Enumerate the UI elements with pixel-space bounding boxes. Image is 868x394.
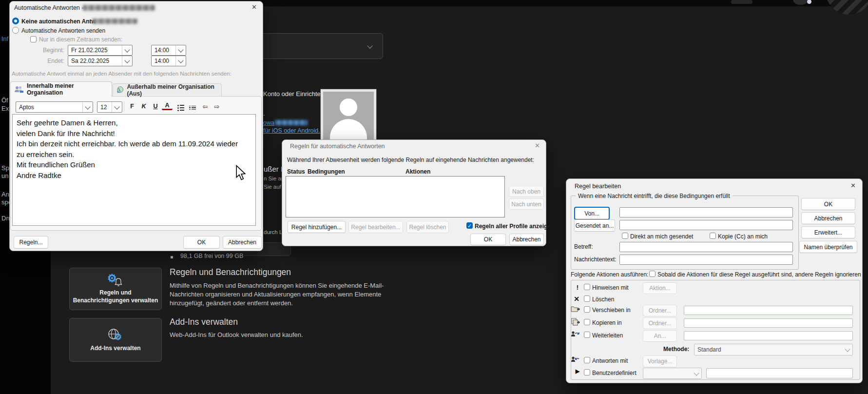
manage-rules-button[interactable]: ⚙ Regeln und Benachrichtigungen verwalte…	[69, 268, 162, 310]
end-time-value: 14:00	[152, 58, 175, 64]
radio-send-auto-replies[interactable]	[12, 27, 19, 34]
close-icon[interactable]: ✕	[850, 182, 856, 189]
custom-action-select[interactable]	[643, 368, 702, 379]
chevron-down-icon[interactable]	[112, 102, 122, 112]
body-label: Nachrichtentext:	[574, 256, 617, 263]
close-icon[interactable]: ✕	[251, 4, 257, 10]
move-folder-label: Ordner...	[649, 307, 672, 314]
chevron-down-icon[interactable]	[175, 45, 186, 55]
radio-no-auto-replies[interactable]	[12, 18, 19, 24]
sidebar-item-save-2[interactable]: un	[1, 172, 8, 179]
chevron-down-icon	[843, 344, 852, 355]
font-size-select[interactable]: 12	[97, 101, 122, 113]
forward-checkbox[interactable]	[584, 332, 590, 338]
alert-checkbox[interactable]	[584, 284, 590, 290]
rules-button[interactable]: Regeln...	[14, 236, 48, 249]
copy-folder-input[interactable]	[684, 318, 853, 328]
end-date-value: Sa 22.02.2025	[68, 58, 122, 64]
font-family-select[interactable]: Aptos	[16, 101, 93, 113]
sidebar-item-open-1[interactable]: Öf	[1, 97, 8, 104]
edit-rule-button[interactable]: Regel bearbeiten...	[348, 221, 403, 233]
copy-folder-button[interactable]: Ordner...	[643, 317, 677, 329]
owa-link[interactable]: owa	[263, 119, 274, 126]
end-date-picker[interactable]: Sa 22.02.2025	[68, 56, 133, 66]
delete-checkbox[interactable]	[584, 296, 590, 302]
rules-list-box[interactable]	[286, 176, 505, 217]
actions-group-box	[571, 280, 860, 380]
reply-template-button[interactable]: Vorlage...	[643, 355, 677, 367]
sent-to-button[interactable]: Gesendet an...	[574, 219, 615, 232]
show-all-profiles-checkbox[interactable]: ✓	[466, 222, 473, 229]
ok-button[interactable]: OK	[183, 236, 220, 249]
font-color-button[interactable]: A	[162, 101, 173, 110]
forward-to-button[interactable]: An...	[643, 330, 677, 342]
addins-section-heading: Add-Ins verwalten	[170, 317, 238, 327]
from-button[interactable]: Von...	[574, 207, 610, 220]
move-folder-button[interactable]: Ordner...	[643, 305, 677, 316]
chevron-down-icon[interactable]	[122, 45, 132, 55]
sidebar-item-save-1[interactable]: Sp	[1, 164, 9, 172]
bg-text-fragment-1: n Sie ar	[264, 176, 283, 181]
timerange-checkbox[interactable]	[30, 36, 37, 42]
auto-reply-message-textarea[interactable]: Sehr geehrte Damen & Herren, vielen Dank…	[12, 114, 256, 226]
body-input[interactable]	[619, 255, 793, 265]
subject-input[interactable]	[619, 242, 793, 252]
toolbar-divider	[124, 101, 124, 111]
show-all-profiles-label: Regeln aller Profile anzeigen	[475, 223, 554, 230]
end-time-picker[interactable]: 14:00	[151, 56, 186, 66]
close-icon[interactable]: ✕	[535, 142, 540, 149]
direct-to-me-checkbox[interactable]	[622, 233, 628, 239]
alert-action-button[interactable]: Aktion...	[643, 282, 677, 294]
people-icon	[14, 86, 24, 93]
chevron-down-icon[interactable]	[82, 102, 93, 112]
manage-addins-button[interactable]: ⚙ Add-Ins verwalten	[69, 318, 162, 362]
copy-folder-label: Ordner...	[649, 320, 672, 327]
begin-date-picker[interactable]: Fr 21.02.2025	[68, 45, 133, 56]
from-input[interactable]	[619, 207, 793, 217]
forward-label: Weiterleiten	[592, 332, 623, 339]
cancel-button[interactable]: Abbrechen	[509, 234, 544, 245]
reply-with-checkbox[interactable]	[584, 357, 590, 363]
copy-checkbox[interactable]	[584, 319, 590, 325]
account-info-fragment: Konto oder Einrichten	[263, 90, 324, 98]
move-folder-input[interactable]	[684, 306, 853, 315]
increase-indent-button[interactable]: ⇨	[212, 101, 222, 111]
dialog-title: Regeln für automatische Antworten	[290, 143, 385, 150]
bullet-list-button[interactable]	[175, 103, 186, 113]
ok-button[interactable]: OK	[801, 198, 855, 210]
forward-to-input[interactable]	[684, 331, 853, 340]
check-names-button[interactable]: Namen überprüfen	[799, 241, 857, 253]
delete-rule-button[interactable]: Regel löschen	[406, 221, 449, 233]
ok-button[interactable]: OK	[470, 234, 506, 245]
method-select[interactable]: Standard	[694, 344, 853, 355]
tab-inside-organization[interactable]: Innerhalb meiner Organisation	[10, 81, 112, 97]
cc-to-me-label: Kopie (Cc) an mich	[718, 233, 768, 240]
chevron-down-icon[interactable]	[122, 56, 132, 66]
move-up-button[interactable]: Nach oben	[509, 186, 544, 197]
stop-processing-checkbox[interactable]	[649, 271, 656, 277]
sent-to-input[interactable]	[619, 220, 793, 230]
chevron-down-icon[interactable]	[175, 56, 186, 66]
add-rule-button[interactable]: Regel hinzufügen...	[288, 221, 346, 233]
numbered-list-button[interactable]	[187, 103, 198, 113]
underline-button[interactable]: U	[150, 101, 161, 111]
tab-outside-organization[interactable]: Außerhalb meiner Organisation (Aus)	[113, 83, 222, 97]
custom-action-input[interactable]	[706, 368, 853, 378]
cc-to-me-checkbox[interactable]	[710, 233, 716, 239]
move-down-button[interactable]: Nach unten	[509, 198, 544, 210]
advanced-button[interactable]: Erweitert...	[801, 226, 855, 238]
begin-time-picker[interactable]: 14:00	[151, 45, 186, 56]
decrease-indent-button[interactable]: ⇦	[200, 101, 211, 111]
cancel-button[interactable]: Abbrechen	[223, 236, 262, 249]
custom-checkbox[interactable]	[584, 369, 590, 375]
chevron-down-icon	[692, 368, 701, 378]
cancel-button[interactable]: Abbrechen	[801, 212, 855, 224]
profile-avatar-striped	[826, 0, 868, 15]
sidebar-item-info[interactable]: Inf	[1, 35, 8, 42]
column-header-status: Status	[287, 168, 305, 175]
move-checkbox[interactable]	[584, 306, 590, 313]
mobile-app-link[interactable]: für iOS oder Android.	[263, 127, 320, 134]
sidebar-item-attach-1[interactable]: An	[1, 191, 9, 198]
italic-button[interactable]: K	[138, 101, 149, 111]
bold-button[interactable]: F	[127, 101, 137, 111]
